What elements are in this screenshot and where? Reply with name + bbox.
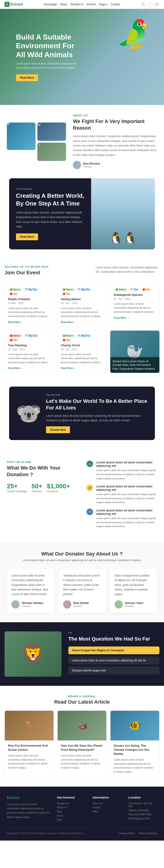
articles-title: Read Our Latest Article <box>5 699 159 705</box>
step-desc-1: Lorem ipsum dolor sit amet consectetur a… <box>96 468 157 480</box>
better-world-section: Circumstances Creating A Better World, B… <box>9 178 155 249</box>
footer-grid: Evirant Lorem ipsum dolor sit amet conse… <box>7 796 157 823</box>
footer-link-faq[interactable]: FAQ <box>57 818 86 821</box>
events-row-1: 🟢 Nature 📍 Big City 🔴 Tan Plastic Poluti… <box>5 284 159 327</box>
event-desc-3: Lorem ipsum dolor sit amet consectetur a… <box>114 302 156 314</box>
footer-link-info-partner[interactable]: Partner <box>93 806 122 809</box>
footer-link-info-faq[interactable]: FAQ <box>93 810 122 813</box>
faq-item-1[interactable]: Fusce Feugiat Nec Magna At Consequat <box>68 647 159 654</box>
author-details: Sara Richard Founder <box>83 162 100 168</box>
event-read-more-1[interactable]: Read More → <box>8 321 50 323</box>
event-tags-2: 🟢 Nature 📍 Big City 🔴 Tan <box>61 288 103 296</box>
koala-description: Lorem ipsum dolor sit amet consectetur a… <box>46 413 148 423</box>
footer-email[interactable]: Evirant@gmail.com <box>128 817 157 820</box>
testimonial-author-info-3: Haroum Yasin Donator <box>125 601 143 608</box>
footer-terms[interactable]: Terms of Service <box>138 832 157 835</box>
bw-content: Circumstances Creating A Better World, B… <box>9 178 91 249</box>
article-body-1: Rise For Environmental And Social Justic… <box>5 740 53 773</box>
faq-item-3[interactable]: Quisque lobortis augue duis <box>68 666 159 674</box>
step-desc-3: Lorem ipsum dolor sit amet consectetur a… <box>96 517 157 529</box>
article-title-3: Oceans Are Dying, The Climate Changes Ar… <box>114 744 156 756</box>
nav-contact[interactable]: Contact <box>111 3 120 6</box>
article-desc-2: Lorem ipsum dolor sit amet consectetur a… <box>61 754 103 770</box>
event-tags-3: 🟢 Nature 📍 Tan 🔴 Tan <box>114 288 156 291</box>
koala-donate-button[interactable]: Donate Now <box>46 426 70 433</box>
event-title-2: Saving Nature <box>61 298 103 301</box>
testimonial-avatar-3 <box>115 600 123 609</box>
article-image-1: 🦌 <box>5 711 53 740</box>
testimonial-avatar-1 <box>11 600 19 609</box>
step-title-1: Lorem ipsum dolor sit amet consectetur a… <box>96 461 157 467</box>
testimonials-description: Lorem ipsum dolor sit amet consectetur a… <box>7 559 157 562</box>
stat-campaigns: 25+ Charity Campaign <box>7 483 27 493</box>
event-tags-4: 🔴 Nature 📍 Big City 🔴 Tan <box>8 334 50 342</box>
bw-title: Creating A Better World, By One Step At … <box>16 192 84 208</box>
koala-content: Stay By Side Let's Make Our World To Be … <box>46 394 148 433</box>
footer-link-event[interactable]: Event <box>57 814 86 817</box>
faq-item-text-1: Fusce Feugiat Nec Magna At Consequat <box>72 649 156 652</box>
nav-page[interactable]: Page ▾ <box>99 3 108 6</box>
events-left-header: Seconds Up, Its Never Pass Join Our Even… <box>5 266 49 279</box>
search-icon[interactable]: 🔍 <box>141 2 146 7</box>
nav-homepage[interactable]: Homepage <box>43 3 57 6</box>
stat-donations-number: $1,000+ <box>47 483 70 490</box>
tag-green-1: 🟢 Nature <box>8 288 22 291</box>
event-title-4: Tree Planting <box>8 344 50 347</box>
event-read-more-3[interactable]: Read More → <box>114 316 156 319</box>
penguin-icon-2: 🐧 <box>123 231 137 245</box>
testimonial-author-3: Haroum Yasin Donator <box>115 600 153 609</box>
article-card-2: 🦦 How Can We Save Our Planet From Being … <box>57 711 107 777</box>
event-read-more-2[interactable]: Read More → <box>61 321 103 323</box>
event-tags-5: 🟢 Nature 📍 Big City 🔴 Tan <box>61 334 103 342</box>
testimonials-grid: Lorem ipsum dolor sit amet, consectetur … <box>7 569 157 613</box>
article-image-3: 🐠 <box>111 711 159 740</box>
articles-section: Brand & Journal Read Our Latest Article … <box>0 686 164 786</box>
article-desc-3: Lorem ipsum dolor sit amet consectetur a… <box>114 758 156 774</box>
koala-icon: 🐨 <box>16 401 41 426</box>
footer-link-info-about[interactable]: About Us <box>93 802 122 805</box>
nav-donation[interactable]: Donation ▾ <box>70 3 83 6</box>
donation-left: Don't Be Alone What We Do With Your Dona… <box>7 461 77 492</box>
footer-link-about[interactable]: About Us <box>57 806 86 809</box>
events-label: Seconds Up, Its Never Pass <box>5 266 49 268</box>
navbar: E Evirant Homepage About Donation ▾ Even… <box>0 0 164 9</box>
menu-icon[interactable]: ☰ <box>155 2 159 7</box>
tag-blue-3: 📍 Tan <box>129 288 139 291</box>
footer-col-title-info: Information <box>93 796 122 799</box>
fight-title: We Fight For A Very Important Reason <box>73 118 157 131</box>
step-content-2: Lorem ipsum dolor sit amet consectetur a… <box>96 485 157 504</box>
event-title-1: Plastic Polution <box>8 298 50 301</box>
faq-item-text-3: Quisque lobortis augue duis <box>72 669 156 672</box>
article-emoji-1: 🦌 <box>24 720 35 731</box>
faq-item-2[interactable]: Lorem ipsum dolor sit amet consectetur a… <box>68 656 159 664</box>
donation-steps: 1 Lorem ipsum dolor sit amet consectetur… <box>87 461 157 532</box>
testimonial-text-2: "Vestibulum ante ipsum primis in faucibu… <box>63 574 101 597</box>
footer-link-contact[interactable]: Contact Us <box>57 802 86 805</box>
stat-volunteers: 50+ Volunteer <box>32 483 42 493</box>
event-read-more-4[interactable]: Read More → <box>8 367 50 369</box>
hero-cta-button[interactable]: Read More <box>16 74 38 81</box>
fight-images: 🌊 🐋 🦒 <box>7 123 66 161</box>
event-date-2: 20 - Apr - 2023 <box>61 302 103 305</box>
event-read-more-5[interactable]: Read More → <box>61 367 103 369</box>
tag-orange-1: 🔴 Tan <box>8 292 19 296</box>
donation-stats: 25+ Charity Campaign 50+ Volunteer $1,00… <box>7 483 77 493</box>
wishlist-icon[interactable]: ♡ <box>148 2 153 7</box>
event-tags-1: 🟢 Nature 📍 Big City 🔴 Tan <box>8 288 50 296</box>
footer-link-blog[interactable]: Blog <box>57 810 86 813</box>
nav-event[interactable]: Event ▾ <box>87 3 96 6</box>
brand-logo[interactable]: E Evirant <box>5 2 23 7</box>
testimonials-section: What Our Donator Say About Us ? Lorem ip… <box>0 542 164 622</box>
events-header: Seconds Up, Its Never Pass Join Our Even… <box>5 266 159 279</box>
tag-green-2: 🟢 Nature <box>61 288 75 291</box>
donation-step-2: 2 Lorem ipsum dolor sit amet consectetur… <box>87 485 157 504</box>
footer-phone[interactable]: Telp: (123) 456-7890 <box>128 813 157 816</box>
tag-orange-4: 🔴 Tan <box>8 338 19 342</box>
nav-about[interactable]: About <box>60 3 67 6</box>
step-title-3: Lorem ipsum dolor sit amet consectetur a… <box>96 509 157 516</box>
footer-privacy[interactable]: Privacy Policy <box>119 832 135 835</box>
tag-orange-2: 🔴 Tan <box>61 292 72 296</box>
bw-button[interactable]: Read More <box>16 234 38 240</box>
donation-title: What We Do With Your Donation ? <box>7 465 77 478</box>
articles-label: Brand & Journal <box>5 695 159 698</box>
